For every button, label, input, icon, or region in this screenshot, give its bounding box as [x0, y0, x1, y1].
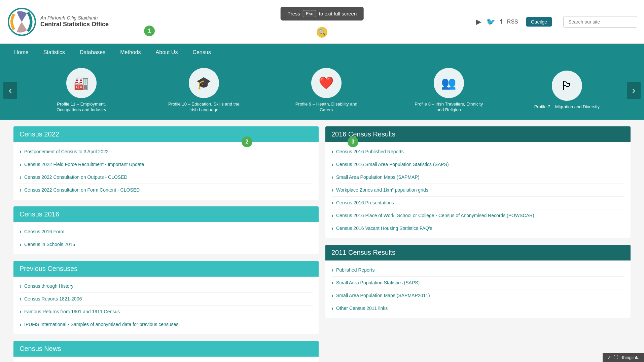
- logo-area[interactable]: An Phríomh-Oifig Staidrimh Central Stati…: [7, 7, 109, 37]
- nav-item-statistics[interactable]: Statistics: [36, 44, 72, 61]
- carousel-label-profile11: Profile 11 – Employment, Occupations and…: [44, 102, 118, 113]
- census-2022-card: Census 2022 Postponement of Census to 3 …: [13, 126, 319, 200]
- logo-text: An Phríomh-Oifig Staidrimh Central Stati…: [40, 15, 109, 28]
- census-2016-left-header: Census 2016: [13, 206, 319, 222]
- list-item[interactable]: Other Census 2011 links: [331, 302, 624, 315]
- carousel-next-button[interactable]: ›: [627, 82, 641, 99]
- step-1-circle[interactable]: 1: [144, 26, 155, 36]
- left-column: Census 2022 Postponement of Census to 3 …: [13, 126, 319, 362]
- carousel-label-profile10: Profile 10 – Education, Skills and the I…: [167, 102, 241, 113]
- facebook-icon[interactable]: f: [500, 18, 502, 26]
- twitter-icon[interactable]: 🐦: [486, 17, 495, 26]
- step-3-circle[interactable]: 3: [348, 136, 358, 147]
- list-item[interactable]: Census in Schools 2016: [20, 238, 313, 251]
- thinglink-resize-icon: ⤢: [607, 355, 611, 360]
- census-2022-body: Postponement of Census to 3 April 2022Ce…: [13, 142, 319, 200]
- census-news-body: Latest News: [13, 357, 319, 362]
- thinglink-label: ·thinglink.: [621, 355, 639, 360]
- search-box[interactable]: [563, 16, 637, 28]
- census-news-header: Census News: [13, 341, 319, 357]
- list-item[interactable]: Famous Returns from 1901 and 1911 Census: [20, 306, 313, 318]
- list-item[interactable]: Small Area Population Maps (SAPMAP): [331, 171, 624, 184]
- census-2016-results-body: Census 2016 Published ReportsCensus 2016…: [325, 142, 631, 238]
- carousel-icon-profile11: 🏭: [66, 68, 97, 98]
- list-item[interactable]: Census 2016 Vacant Housing Statistics FA…: [331, 222, 624, 235]
- list-item[interactable]: Census Reports 1821-2006: [20, 293, 313, 306]
- gaeilge-button[interactable]: Gaeilge: [526, 17, 552, 27]
- main-nav: HomeStatisticsDatabasesMethodsAbout UsCe…: [0, 44, 644, 61]
- carousel-item-profile11[interactable]: 🏭 Profile 11 – Employment, Occupations a…: [44, 68, 118, 113]
- census-2022-header: Census 2022: [13, 126, 319, 142]
- previous-censuses-body: Census through HistoryCensus Reports 182…: [13, 277, 319, 334]
- carousel-label-profile8: Profile 8 – Irish Travellers, Ethnicity …: [412, 102, 486, 113]
- list-item[interactable]: Census 2016 Presentations: [331, 197, 624, 209]
- list-item[interactable]: Census 2016 Published Reports: [331, 146, 624, 158]
- step-2-circle[interactable]: 2: [242, 136, 252, 147]
- list-item[interactable]: Census 2022 Consultation on Form Content…: [20, 184, 313, 196]
- carousel-item-profile9[interactable]: ❤️ Profile 9 – Health, Disability and Ca…: [289, 68, 363, 113]
- previous-censuses-card: Previous Censuses Census through History…: [13, 261, 319, 334]
- list-item[interactable]: Census 2016 Place of Work, School or Col…: [331, 209, 624, 222]
- census-2011-results-header: 2011 Census Results: [325, 245, 631, 260]
- thinglink-fullscreen-icon: ⛶: [614, 355, 618, 360]
- nav-item-databases[interactable]: Databases: [72, 44, 113, 61]
- list-item[interactable]: Published Reports: [331, 264, 624, 277]
- census-2016-left-body: Census 2016 FormCensus in Schools 2016: [13, 222, 319, 254]
- list-item[interactable]: Census through History: [20, 280, 313, 293]
- search-input[interactable]: [563, 16, 637, 28]
- nav-item-methods[interactable]: Methods: [113, 44, 148, 61]
- list-item[interactable]: Latest News: [20, 360, 313, 362]
- census-2016-left-card: Census 2016 Census 2016 FormCensus in Sc…: [13, 206, 319, 254]
- logo-icon: [7, 7, 37, 37]
- carousel-icon-profile9: ❤️: [311, 68, 342, 98]
- carousel-prev-button[interactable]: ‹: [3, 82, 17, 99]
- carousel-icon-profile10: 🎓: [189, 68, 219, 98]
- nav-item-home[interactable]: Home: [7, 44, 36, 61]
- census-2016-results-card: 2016 Census Results Census 2016 Publishe…: [325, 126, 631, 238]
- carousel-item-profile10[interactable]: 🎓 Profile 10 – Education, Skills and the…: [167, 68, 241, 113]
- list-item[interactable]: Small Area Population Maps (SAPMAP2011): [331, 289, 624, 302]
- census-2011-results-card: 2011 Census Results Published ReportsSma…: [325, 245, 631, 318]
- carousel-item-profile8[interactable]: 👥 Profile 8 – Irish Travellers, Ethnicit…: [412, 68, 486, 113]
- census-news-card: Census News Latest News: [13, 341, 319, 362]
- list-item[interactable]: Census 2022 Field Force Recruitment - Im…: [20, 158, 313, 171]
- fullscreen-toast: Press Esc to exit full screen: [281, 7, 364, 21]
- previous-censuses-header: Previous Censuses: [13, 261, 319, 277]
- carousel-label-profile9: Profile 9 – Health, Disability and Carer…: [289, 102, 363, 113]
- list-item[interactable]: Census 2016 Small Area Population Statis…: [331, 158, 624, 171]
- right-column: 2016 Census Results Census 2016 Publishe…: [325, 126, 631, 362]
- youtube-icon[interactable]: ▶: [476, 17, 481, 26]
- carousel-label-profile7: Profile 7 – Migration and Diversity: [534, 104, 600, 110]
- list-item[interactable]: Workplace Zones and 1km² population grid…: [331, 184, 624, 197]
- main-content: Census 2022 Postponement of Census to 3 …: [0, 120, 644, 362]
- thinglink-bar: ⤢ ⛶ ·thinglink.: [603, 353, 644, 362]
- list-item[interactable]: Small Area Population Statistics (SAPS): [331, 277, 624, 289]
- site-header: An Phríomh-Oifig Staidrimh Central Stati…: [0, 0, 644, 44]
- carousel-icon-profile8: 👥: [434, 68, 464, 98]
- nav-item-about-us[interactable]: About Us: [148, 44, 185, 61]
- carousel-item-profile7[interactable]: 🏳 Profile 7 – Migration and Diversity: [534, 71, 600, 110]
- header-right: ▶ 🐦 f RSS Gaeilge: [476, 16, 637, 28]
- rss-icon[interactable]: RSS: [507, 19, 518, 25]
- carousel-icon-profile7: 🏳: [552, 71, 582, 101]
- list-item[interactable]: IPUMS International - Samples of anonymi…: [20, 318, 313, 331]
- census-2016-results-header: 2016 Census Results: [325, 126, 631, 142]
- search-tooltip-icon[interactable]: 🔍: [317, 27, 327, 38]
- esc-badge: Esc: [303, 10, 316, 17]
- census-2011-results-body: Published ReportsSmall Area Population S…: [325, 260, 631, 318]
- list-item[interactable]: Census 2016 Form: [20, 226, 313, 238]
- nav-item-census[interactable]: Census: [185, 44, 218, 61]
- list-item[interactable]: Postponement of Census to 3 April 2022: [20, 146, 313, 158]
- profile-carousel: ‹ 🏭 Profile 11 – Employment, Occupations…: [0, 61, 644, 120]
- list-item[interactable]: Census 2022 Consultation on Outputs - CL…: [20, 171, 313, 184]
